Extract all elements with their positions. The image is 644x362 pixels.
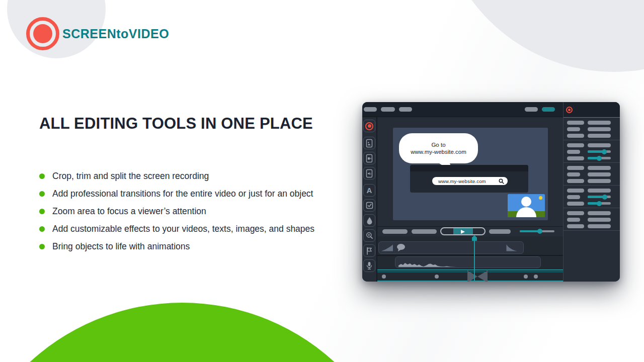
properties-row bbox=[564, 210, 620, 216]
tool-video-file bbox=[363, 152, 375, 164]
properties-group bbox=[564, 208, 620, 231]
bullet-dot-icon bbox=[39, 173, 45, 179]
property-label-pill bbox=[567, 172, 580, 176]
property-slider bbox=[588, 156, 611, 160]
slide-page: SCREENtoVIDEO ALL EDITING TOOLS IN ONE P… bbox=[0, 0, 644, 362]
timeline-track-1 bbox=[377, 236, 563, 255]
feature-item: Bring objects to life with animations bbox=[39, 241, 314, 252]
webcam-overlay bbox=[508, 194, 545, 217]
property-label-pill bbox=[567, 179, 584, 183]
property-label-pill bbox=[567, 218, 580, 222]
property-label-pill bbox=[567, 127, 580, 131]
tool-zoom-in bbox=[363, 229, 375, 242]
magnifier-icon bbox=[499, 178, 504, 184]
tool-text: A bbox=[363, 184, 375, 197]
properties-groups bbox=[564, 118, 620, 231]
tool-microphone bbox=[363, 259, 375, 272]
timeline-marker-dot bbox=[524, 275, 528, 279]
play-control bbox=[440, 227, 486, 235]
text-icon: A bbox=[367, 187, 372, 194]
slider-knob bbox=[597, 201, 602, 206]
bullet-dot-icon bbox=[39, 209, 45, 214]
playhead-line bbox=[474, 240, 475, 281]
tool-audio-file bbox=[363, 167, 375, 179]
feature-list: Crop, trim and split the screen recordin… bbox=[39, 171, 314, 259]
feature-text: Zoom area to focus a viewer’s attention bbox=[52, 206, 206, 217]
timeline-clip-effects bbox=[378, 241, 524, 254]
property-value-pill bbox=[588, 127, 611, 131]
slider-knob bbox=[602, 195, 607, 200]
editor-left-section: A Go to www.my-website.com www.my-websit… bbox=[362, 102, 563, 282]
feature-text: Bring objects to life with animations bbox=[52, 241, 190, 252]
editor-tool-sidebar: A bbox=[362, 117, 377, 282]
browser-mockup: www.my-website.com bbox=[410, 165, 528, 193]
property-value-pill bbox=[588, 166, 611, 170]
feature-item: Add professional transitions for the ent… bbox=[39, 189, 314, 199]
properties-row bbox=[564, 155, 620, 161]
properties-row bbox=[564, 126, 620, 132]
properties-row bbox=[564, 171, 620, 177]
control-button-pill bbox=[412, 229, 437, 234]
properties-group bbox=[564, 163, 620, 186]
webcam-person-head bbox=[521, 197, 531, 207]
toolbar-button-pill bbox=[525, 107, 538, 112]
properties-row bbox=[564, 148, 620, 155]
properties-group bbox=[564, 186, 620, 208]
toolbar-button-pill bbox=[399, 107, 412, 112]
properties-row bbox=[564, 164, 620, 171]
feature-text: Add customizable effects to your videos,… bbox=[52, 224, 314, 234]
callout-text-line1: Go to bbox=[431, 141, 445, 148]
video-editor-mockup-window: A Go to www.my-website.com www.my-websit… bbox=[362, 102, 620, 282]
speech-bubble-callout: Go to www.my-website.com bbox=[399, 133, 478, 163]
timeline-marker-dot bbox=[435, 275, 439, 279]
property-value-pill bbox=[588, 179, 611, 183]
feature-text: Add professional transitions for the ent… bbox=[52, 189, 313, 199]
video-file-icon bbox=[365, 154, 373, 163]
decorative-green-ellipse bbox=[0, 303, 407, 362]
fade-in-icon bbox=[381, 243, 394, 252]
property-value-pill bbox=[588, 121, 611, 125]
control-button-pill bbox=[382, 229, 408, 234]
brand-name: SCREENtoVIDEO bbox=[62, 27, 169, 41]
timeline-marker-dot bbox=[382, 275, 386, 279]
speech-bubble-icon bbox=[396, 243, 406, 252]
properties-row bbox=[564, 142, 620, 148]
property-label-pill bbox=[567, 211, 584, 215]
callout-text-line2: www.my-website.com bbox=[411, 148, 466, 155]
checkbox-icon bbox=[366, 202, 373, 209]
page-title: ALL EDITING TOOLS IN ONE PLACE bbox=[39, 111, 331, 137]
editor-body: A Go to www.my-website.com www.my-websit… bbox=[362, 117, 563, 282]
record-icon bbox=[566, 107, 573, 113]
slider-fill bbox=[520, 230, 540, 232]
webcam-sun-dot bbox=[539, 196, 542, 200]
waveform-icon bbox=[398, 260, 456, 267]
properties-group bbox=[564, 140, 620, 163]
properties-panel-header bbox=[564, 102, 620, 118]
property-label-pill bbox=[567, 166, 584, 170]
property-value-pill bbox=[588, 218, 611, 222]
property-value-pill bbox=[588, 134, 611, 138]
droplet-icon bbox=[366, 217, 373, 225]
toolbar-button-pill bbox=[381, 107, 395, 112]
properties-row bbox=[564, 132, 620, 139]
properties-row bbox=[564, 194, 620, 200]
volume-slider bbox=[520, 229, 554, 234]
properties-row bbox=[564, 216, 620, 223]
editor-toolbar bbox=[362, 102, 563, 117]
zoom-in-icon bbox=[366, 232, 373, 239]
webcam-person-body bbox=[516, 207, 536, 217]
property-value-pill bbox=[588, 224, 611, 228]
toolbar-button-pill bbox=[364, 107, 377, 112]
tool-record bbox=[363, 120, 375, 132]
property-label-pill bbox=[567, 195, 580, 199]
playback-controls bbox=[377, 226, 563, 236]
bullet-dot-icon bbox=[39, 226, 45, 232]
browser-url-bar: www.my-website.com bbox=[432, 177, 508, 185]
slider-knob bbox=[602, 149, 607, 154]
property-label-pill bbox=[567, 189, 584, 193]
browser-titlebar bbox=[410, 165, 528, 171]
property-label-pill bbox=[567, 156, 584, 160]
property-slider bbox=[588, 150, 611, 154]
property-label-pill bbox=[567, 134, 584, 138]
properties-row bbox=[564, 177, 620, 184]
